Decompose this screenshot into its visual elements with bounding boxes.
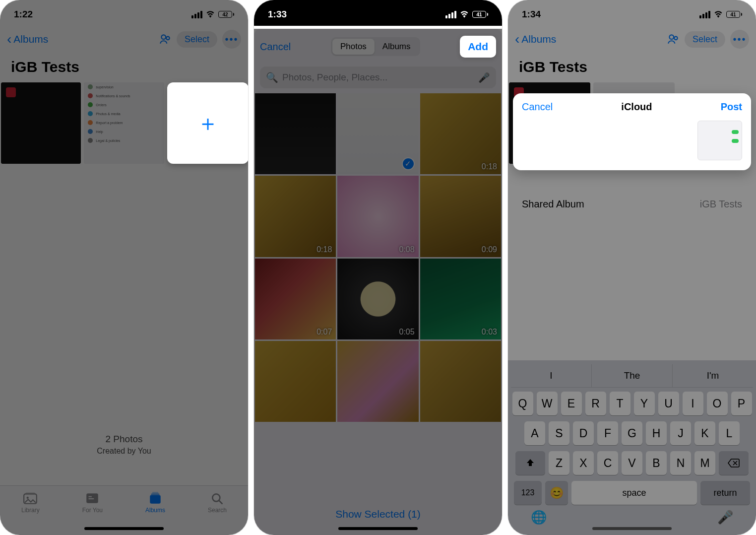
tab-library[interactable]: Library	[21, 492, 40, 514]
search-placeholder: Photos, People, Places...	[282, 72, 387, 83]
wifi-icon	[205, 11, 215, 18]
photo-thumbnail[interactable]: supervision Notifications & sounds Order…	[84, 82, 164, 164]
key-i[interactable]: I	[683, 392, 703, 415]
back-button[interactable]: ‹ Albums	[515, 32, 556, 46]
tab-label: Library	[21, 507, 40, 514]
shared-library-icon[interactable]	[159, 33, 172, 46]
photo-cell[interactable]: 0:18	[255, 176, 336, 257]
tab-label: For You	[82, 507, 103, 514]
key-v[interactable]: V	[622, 451, 642, 475]
attached-photo-thumbnail[interactable]	[697, 121, 742, 160]
more-button[interactable]: •••	[730, 30, 749, 49]
home-indicator[interactable]	[338, 527, 418, 530]
photo-cell[interactable]	[420, 341, 501, 422]
album-title: iGB Tests	[0, 55, 248, 82]
backspace-key[interactable]	[719, 451, 749, 475]
cancel-button[interactable]: Cancel	[260, 41, 291, 53]
key-p[interactable]: P	[731, 392, 752, 415]
key-r[interactable]: R	[585, 392, 606, 415]
dictation-icon[interactable]: 🎤	[478, 72, 490, 83]
key-m[interactable]: M	[694, 451, 715, 475]
key-f[interactable]: F	[597, 421, 618, 445]
key-g[interactable]: G	[622, 421, 642, 445]
status-icons: 41	[445, 11, 488, 18]
comment-textarea[interactable]	[522, 121, 692, 155]
more-button[interactable]: •••	[222, 30, 241, 49]
select-button[interactable]: Select	[685, 31, 725, 48]
show-selected-button[interactable]: Show Selected (1)	[254, 508, 502, 520]
home-indicator[interactable]	[592, 527, 672, 530]
svg-point-0	[161, 35, 166, 39]
suggestion[interactable]: I	[511, 364, 592, 387]
key-w[interactable]: W	[537, 392, 558, 415]
svg-rect-3	[26, 492, 35, 494]
screen-3-icloud-post: 1:34 41 ‹ Albums Select ••• iGB Tests Ca…	[508, 0, 756, 535]
icloud-post-button[interactable]: Post	[721, 101, 742, 113]
photo-cell[interactable]	[255, 93, 336, 174]
key-z[interactable]: Z	[549, 451, 569, 475]
key-row-1: Q W E R T Y U I O P	[511, 392, 753, 415]
key-d[interactable]: D	[573, 421, 594, 445]
shared-library-icon[interactable]	[667, 33, 680, 46]
battery-icon: 42	[218, 11, 234, 18]
svg-point-14	[674, 37, 678, 40]
suggestion[interactable]: The	[592, 364, 673, 387]
key-q[interactable]: Q	[512, 392, 533, 415]
shift-key[interactable]	[515, 451, 545, 475]
key-b[interactable]: B	[646, 451, 667, 475]
key-o[interactable]: O	[707, 392, 728, 415]
add-button[interactable]: Add	[460, 36, 496, 58]
key-a[interactable]: A	[524, 421, 545, 445]
nav-bar: ‹ Albums Select •••	[0, 26, 248, 55]
photo-cell[interactable]: 0:05	[337, 259, 418, 339]
photo-cell[interactable]	[337, 341, 418, 422]
key-y[interactable]: Y	[634, 392, 655, 415]
search-field[interactable]: 🔍 Photos, People, Places... 🎤	[260, 67, 496, 88]
space-key[interactable]: space	[571, 481, 697, 505]
photo-cell[interactable]: 0:07	[255, 259, 336, 339]
duration: 0:09	[482, 245, 497, 254]
home-indicator[interactable]	[84, 527, 164, 530]
key-j[interactable]: J	[670, 421, 691, 445]
icloud-cancel-button[interactable]: Cancel	[522, 101, 553, 113]
photo-cell[interactable]: 0:03	[420, 259, 501, 339]
segment-albums[interactable]: Albums	[375, 39, 419, 55]
svg-rect-6	[89, 496, 92, 497]
photo-cell[interactable]: ✓	[337, 93, 418, 174]
ellipsis-icon: •••	[733, 34, 746, 45]
photo-cell[interactable]: 0:09	[420, 176, 501, 257]
tab-albums[interactable]: Albums	[145, 492, 165, 514]
back-button[interactable]: ‹ Albums	[7, 32, 48, 46]
key-u[interactable]: U	[658, 392, 679, 415]
globe-key[interactable]: 🌐	[531, 510, 547, 525]
svg-rect-7	[89, 498, 94, 499]
suggestion[interactable]: I'm	[673, 364, 753, 387]
dictation-key[interactable]: 🎤	[717, 510, 733, 525]
key-k[interactable]: K	[694, 421, 715, 445]
key-h[interactable]: H	[646, 421, 667, 445]
tab-search[interactable]: Search	[208, 492, 227, 514]
key-n[interactable]: N	[670, 451, 691, 475]
duration: 0:08	[399, 245, 415, 254]
return-key[interactable]: return	[700, 481, 750, 505]
emoji-key[interactable]: 😊	[545, 481, 568, 505]
key-l[interactable]: L	[719, 421, 740, 445]
numbers-key[interactable]: 123	[514, 481, 542, 505]
photo-cell[interactable]	[255, 341, 336, 422]
keyboard-bottom-row: 🌐 🎤	[511, 505, 753, 525]
key-e[interactable]: E	[561, 392, 582, 415]
key-c[interactable]: C	[597, 451, 618, 475]
shared-album-row[interactable]: Shared Album iGB Tests	[513, 189, 751, 220]
key-s[interactable]: S	[549, 421, 569, 445]
photo-cell[interactable]: 0:18	[420, 93, 501, 174]
select-button[interactable]: Select	[177, 31, 217, 48]
key-t[interactable]: T	[610, 392, 630, 415]
svg-point-4	[27, 497, 29, 499]
segment-photos[interactable]: Photos	[332, 39, 375, 55]
photo-thumbnail[interactable]	[1, 82, 81, 164]
status-bar: 1:34 41	[508, 0, 756, 26]
key-x[interactable]: X	[573, 451, 594, 475]
tab-foryou[interactable]: For You	[82, 492, 103, 514]
add-photo-button[interactable]: ＋	[167, 82, 248, 164]
photo-cell[interactable]: 0:08	[337, 176, 418, 257]
